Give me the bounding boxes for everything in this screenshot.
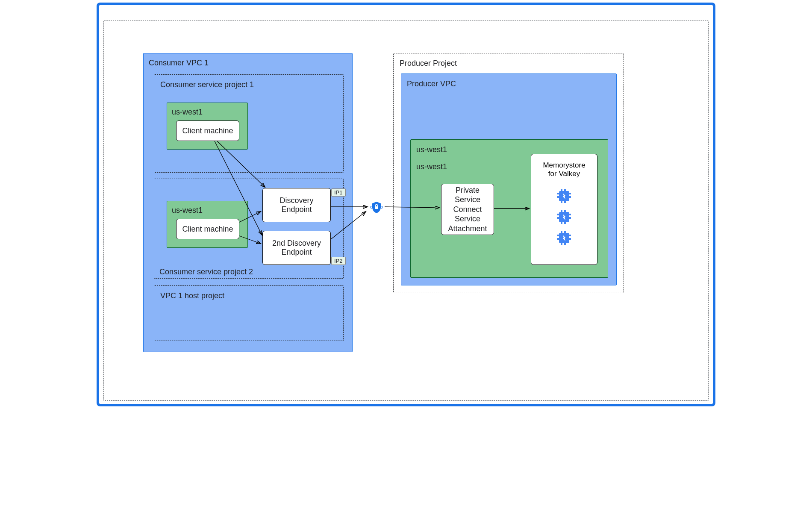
svg-rect-22 [569, 238, 571, 240]
svg-rect-11 [557, 217, 559, 219]
producer-region-outer: us-west1 [416, 145, 447, 154]
brand-label: Google Cloud [106, 6, 165, 17]
vpc1-host-title: VPC 1 host project [160, 291, 224, 300]
svg-rect-4 [569, 196, 571, 198]
consumer-vpc-title: Consumer VPC 1 [149, 59, 209, 68]
svg-rect-23 [561, 231, 562, 233]
brand-cloud: Cloud [141, 6, 165, 17]
svg-rect-5 [561, 189, 562, 191]
proj1-region-label: us-west1 [172, 108, 203, 117]
memorystore-box: Memorystore for Valkey [531, 154, 597, 265]
svg-rect-12 [569, 214, 571, 215]
ms-line2: for Valkey [531, 170, 597, 178]
chip-icon [555, 187, 574, 206]
svg-point-27 [371, 206, 373, 209]
svg-rect-1 [557, 193, 559, 194]
consumer-proj1-title: Consumer service project 1 [160, 80, 254, 89]
ms-icons [531, 187, 597, 250]
disc1-label: Discovery Endpoint [279, 196, 313, 214]
svg-rect-26 [564, 243, 566, 245]
svg-rect-19 [557, 235, 559, 236]
ip1-tag: IP1 [331, 188, 346, 197]
diagram-canvas: Google Cloud Consumer VPC 1 Consumer ser… [94, 0, 718, 409]
svg-rect-24 [564, 231, 566, 233]
svg-rect-15 [564, 210, 566, 212]
lock-shield-icon [369, 200, 384, 215]
svg-point-28 [381, 206, 383, 209]
svg-rect-2 [557, 196, 559, 198]
proj2-client: Client machine [176, 219, 239, 239]
brand-google: Google [106, 6, 138, 17]
discovery-endpoint-1: Discovery Endpoint [262, 188, 331, 222]
svg-rect-21 [569, 235, 571, 236]
svg-rect-25 [561, 243, 562, 245]
svg-rect-14 [561, 210, 562, 212]
chip-icon [555, 208, 574, 226]
svg-rect-17 [564, 222, 566, 224]
psc-box: Private Service Connect Service Attachme… [441, 184, 494, 235]
chip-icon [555, 229, 574, 247]
proj1-client-label: Client machine [182, 126, 233, 135]
svg-rect-10 [557, 214, 559, 215]
discovery-endpoint-2: 2nd Discovery Endpoint [262, 231, 331, 265]
svg-rect-6 [564, 189, 566, 191]
psc-label: Private Service Connect Service Attachme… [448, 185, 487, 234]
svg-rect-3 [569, 193, 571, 194]
producer-vpc-title: Producer VPC [407, 79, 456, 88]
svg-rect-31 [375, 206, 378, 209]
ms-line1: Memorystore [531, 161, 597, 170]
svg-rect-13 [569, 217, 571, 219]
consumer-proj2-title: Consumer service project 2 [159, 267, 253, 276]
proj2-client-label: Client machine [182, 225, 233, 234]
svg-rect-8 [564, 201, 566, 203]
svg-rect-16 [561, 222, 562, 224]
svg-rect-20 [557, 238, 559, 240]
producer-region-inner: us-west1 [416, 162, 447, 171]
producer-project-title: Producer Project [400, 59, 457, 68]
disc2-label: 2nd Discovery Endpoint [272, 239, 321, 257]
svg-rect-7 [561, 201, 562, 203]
proj2-region-label: us-west1 [172, 206, 203, 215]
ip2-tag: IP2 [331, 257, 346, 265]
proj1-client: Client machine [176, 121, 239, 141]
